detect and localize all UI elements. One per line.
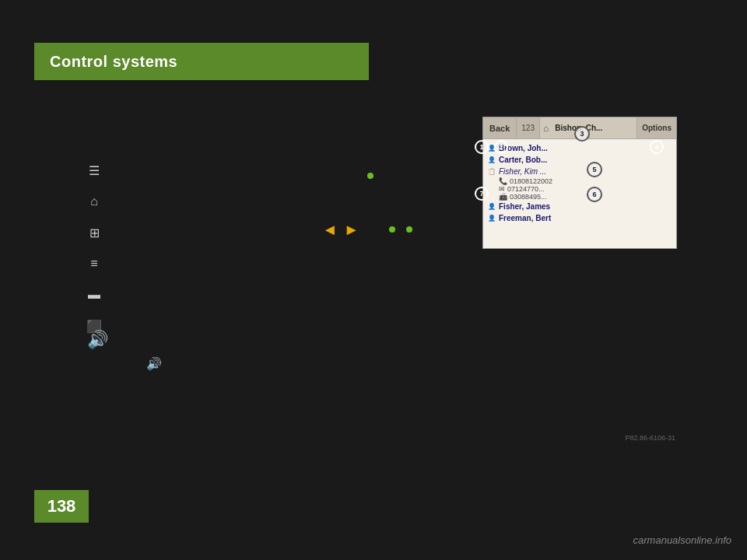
right-arrow-icon: ►	[344, 221, 359, 239]
page-number-badge: 138	[34, 490, 89, 523]
minus-icon: ▬	[88, 288, 100, 302]
watermark: carmanualsonline.info	[633, 534, 731, 546]
contact-name: Fisher, James	[499, 202, 550, 211]
list-item[interactable]: 👤 Freeman, Bert	[488, 212, 672, 224]
panel-address: Bishop, Ch...	[552, 117, 637, 138]
contact-icon: 👤	[488, 156, 496, 163]
minus-icon-item: ▬	[86, 288, 103, 302]
circle-4: 4	[650, 140, 664, 154]
green-dot-3	[406, 226, 412, 233]
panel-back-button[interactable]: Back	[483, 117, 517, 138]
contact-name: Carter, Bob...	[499, 156, 547, 164]
panel-num-button[interactable]: 123	[517, 117, 540, 138]
sms-icon: ✉	[499, 185, 505, 193]
contact-phone-2: ✉ 07124770...	[488, 185, 672, 193]
page-number-text: 138	[47, 496, 76, 516]
menu-icon: ☰	[89, 163, 100, 178]
circle-6: 6	[587, 187, 602, 202]
contact-icon: 👤	[488, 215, 496, 222]
list-icon-item: ≡	[86, 257, 103, 271]
list-icon: ≡	[90, 257, 97, 271]
header-bar: Control systems	[34, 43, 369, 80]
list-item[interactable]: 📋 Fisher, Kim ...	[488, 166, 672, 177]
green-dot-1	[367, 173, 374, 179]
panel-home-icon: ⌂	[540, 117, 552, 138]
header-title: Control systems	[50, 53, 177, 71]
grid-icon-item: ⊞	[86, 226, 103, 240]
list-item[interactable]: 👤 Carter, Bob...	[488, 154, 672, 166]
speaker-icon-large: 🔊	[87, 330, 108, 350]
contact-name: Freeman, Bert	[499, 214, 551, 222]
contact-phone-1: 📞 01808122002	[488, 177, 672, 185]
panel-reference: P82.86-6106-31	[625, 434, 675, 442]
green-dot-2	[389, 226, 395, 233]
fax-icon: 📠	[499, 193, 507, 201]
left-arrow-icon: ◄	[322, 221, 338, 239]
circle-3: 3	[574, 126, 590, 142]
icons-column: ☰ ⌂ ⊞ ≡ ▬ ⬛	[86, 163, 103, 333]
circle-1: 1	[475, 140, 489, 154]
contact-phone-3: 📠 03088495...	[488, 193, 672, 201]
yellow-arrows: ◄ ►	[322, 221, 359, 239]
page-background	[0, 0, 747, 560]
panel-contacts-list: 👤 Brown, Joh... 👤 Carter, Bob... 📋 Fishe…	[483, 139, 676, 227]
circle-2: 2	[494, 140, 508, 154]
circle-5: 5	[587, 162, 602, 177]
home-icon-item: ⌂	[86, 194, 103, 208]
circle-7: 7	[475, 187, 489, 201]
contact-icon: 📋	[488, 168, 496, 175]
contact-icon: 👤	[488, 203, 496, 210]
panel-options-button[interactable]: Options	[637, 117, 676, 138]
list-item[interactable]: 👤 Brown, Joh...	[488, 142, 672, 154]
contact-name: Fisher, Kim ...	[499, 167, 546, 176]
grid-icon: ⊞	[89, 226, 100, 240]
phone-icon: 📞	[499, 177, 507, 185]
list-item[interactable]: 👤 Fisher, James	[488, 201, 672, 212]
home-icon: ⌂	[90, 194, 98, 208]
menu-icon-item: ☰	[86, 163, 103, 177]
speaker-icon-small: 🔊	[146, 356, 162, 371]
